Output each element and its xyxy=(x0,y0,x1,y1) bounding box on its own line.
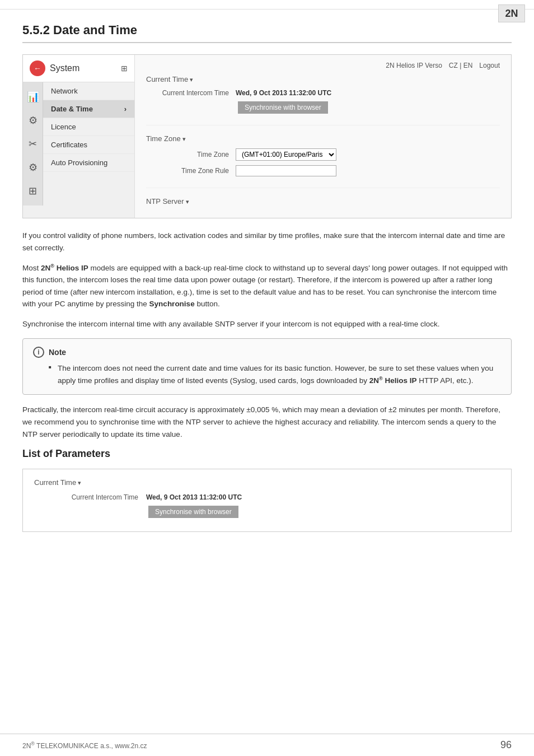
logout-link[interactable]: Logout xyxy=(479,62,500,69)
ui-panel: ← System ⊞ 📊 ⚙ ✂ ⚙ ⊞ xyxy=(22,54,512,218)
time-zone-row: Time Zone (GMT+01:00) Europe/Paris xyxy=(146,148,500,161)
sidebar-item-autoprovisioning-label: Auto Provisioning xyxy=(51,158,107,167)
sidebar-item-datetime-label: Date & Time xyxy=(51,105,93,113)
back-button[interactable]: ← xyxy=(30,60,45,76)
time-zone-select-container: (GMT+01:00) Europe/Paris xyxy=(236,148,336,161)
sidebar-menu: Network Date & Time › Licence Certificat… xyxy=(43,82,134,206)
sidebar-item-licence-label: Licence xyxy=(51,123,76,131)
back-icon: ← xyxy=(34,64,41,73)
time-zone-rule-input[interactable] xyxy=(236,165,336,176)
ntp-server-header[interactable]: NTP Server xyxy=(146,197,500,206)
sidebar-item-autoprovisioning[interactable]: Auto Provisioning xyxy=(43,154,134,172)
note-bullet-text: The intercom does not need the current d… xyxy=(58,364,493,385)
params-panel: Current Time Current Intercom Time Wed, … xyxy=(22,469,512,532)
grid-icon[interactable]: ⊞ xyxy=(121,64,128,73)
main-content: 5.5.2 Date and Time ← System ⊞ 📊 ⚙ xyxy=(0,10,534,557)
sidebar-item-network-label: Network xyxy=(51,87,78,95)
sidebar-icon-grid[interactable]: ⊞ xyxy=(23,181,43,201)
sidebar-item-datetime-arrow: › xyxy=(124,105,127,113)
sidebar: ← System ⊞ 📊 ⚙ ✂ ⚙ ⊞ xyxy=(23,55,135,218)
time-zone-header[interactable]: Time Zone xyxy=(146,134,500,143)
note-box: i Note The intercom does not need the cu… xyxy=(22,338,512,395)
body-paragraph4: Practically, the intercom real-time circ… xyxy=(22,404,512,440)
current-time-header[interactable]: Current Time xyxy=(146,75,500,83)
intercom-time-label: Current Intercom Time xyxy=(146,89,236,97)
sidebar-icon-scissors[interactable]: ✂ xyxy=(23,134,43,154)
sidebar-icon-stats[interactable]: 📊 xyxy=(23,87,43,107)
body-paragraph2: Most 2N® Helios IP models are equipped w… xyxy=(22,262,512,310)
synchronise-keyword: Synchronise xyxy=(149,300,195,308)
intercom-time-value: Wed, 9 Oct 2013 11:32:00 UTC xyxy=(236,89,331,97)
body-paragraph1: If you control validity of phone numbers… xyxy=(22,230,512,254)
logo: 2N xyxy=(498,4,525,22)
page-title: 5.5.2 Date and Time xyxy=(22,23,512,43)
time-zone-select[interactable]: (GMT+01:00) Europe/Paris xyxy=(236,148,336,161)
logo-text: 2N xyxy=(505,8,518,20)
sidebar-item-datetime[interactable]: Date & Time › xyxy=(43,100,134,118)
top-bar: 2N xyxy=(0,0,534,10)
panel-content: 2N Helios IP Verso CZ | EN Logout Curren… xyxy=(135,55,511,218)
note-bullet: The intercom does not need the current d… xyxy=(49,362,501,387)
note-header: i Note xyxy=(33,347,501,358)
note-title: Note xyxy=(49,348,66,357)
params-current-time-header[interactable]: Current Time xyxy=(34,478,500,487)
product-name: 2N Helios IP Verso xyxy=(386,62,442,69)
time-zone-rule-label: Time Zone Rule xyxy=(146,167,236,175)
sidebar-header: ← System ⊞ xyxy=(23,55,134,82)
sidebar-icon-gear[interactable]: ⚙ xyxy=(23,157,43,178)
params-intercom-time-value: Wed, 9 Oct 2013 11:32:00 UTC xyxy=(146,493,242,501)
ui-panel-inner: ← System ⊞ 📊 ⚙ ✂ ⚙ ⊞ xyxy=(23,55,511,218)
footer-page-number: 96 xyxy=(500,739,512,751)
note-icon: i xyxy=(33,347,44,358)
ntp-server-section: NTP Server xyxy=(146,197,500,206)
sync-browser-button[interactable]: Synchronise with browser xyxy=(238,101,328,114)
lang-separator: CZ | EN xyxy=(449,62,472,69)
brand-2n: 2N® Helios IP xyxy=(41,264,88,272)
time-zone-rule-row: Time Zone Rule xyxy=(146,165,500,176)
sidebar-item-licence[interactable]: Licence xyxy=(43,118,134,136)
sidebar-item-certificates[interactable]: Certificates xyxy=(43,136,134,154)
time-zone-section: Time Zone Time Zone (GMT+01:00) Europe/P… xyxy=(146,134,500,188)
footer-left: 2N® TELEKOMUNIKACE a.s., www.2n.cz xyxy=(22,741,147,750)
sidebar-icon-settings[interactable]: ⚙ xyxy=(23,110,43,130)
list-of-params-title: List of Parameters xyxy=(22,448,512,460)
note-body: The intercom does not need the current d… xyxy=(33,362,501,387)
params-sync-browser-button[interactable]: Synchronise with browser xyxy=(148,506,238,518)
sidebar-title: System xyxy=(50,63,116,73)
note-brand-2n: 2N® Helios IP xyxy=(369,376,417,385)
time-zone-label: Time Zone xyxy=(146,151,236,158)
body-paragraph3: Synchronise the intercom internal time w… xyxy=(22,318,512,330)
sidebar-item-network[interactable]: Network xyxy=(43,82,134,100)
panel-top-nav: 2N Helios IP Verso CZ | EN Logout xyxy=(146,62,500,69)
sync-btn-row: Synchronise with browser xyxy=(146,101,500,114)
sidebar-item-certificates-label: Certificates xyxy=(51,141,87,149)
intercom-time-row: Current Intercom Time Wed, 9 Oct 2013 11… xyxy=(146,89,500,97)
params-intercom-time-row: Current Intercom Time Wed, 9 Oct 2013 11… xyxy=(34,493,500,501)
current-time-section: Current Time Current Intercom Time Wed, … xyxy=(146,75,500,125)
page-footer: 2N® TELEKOMUNIKACE a.s., www.2n.cz 96 xyxy=(0,734,534,756)
params-sync-row: Synchronise with browser xyxy=(34,506,500,518)
params-intercom-time-label: Current Intercom Time xyxy=(34,493,146,501)
